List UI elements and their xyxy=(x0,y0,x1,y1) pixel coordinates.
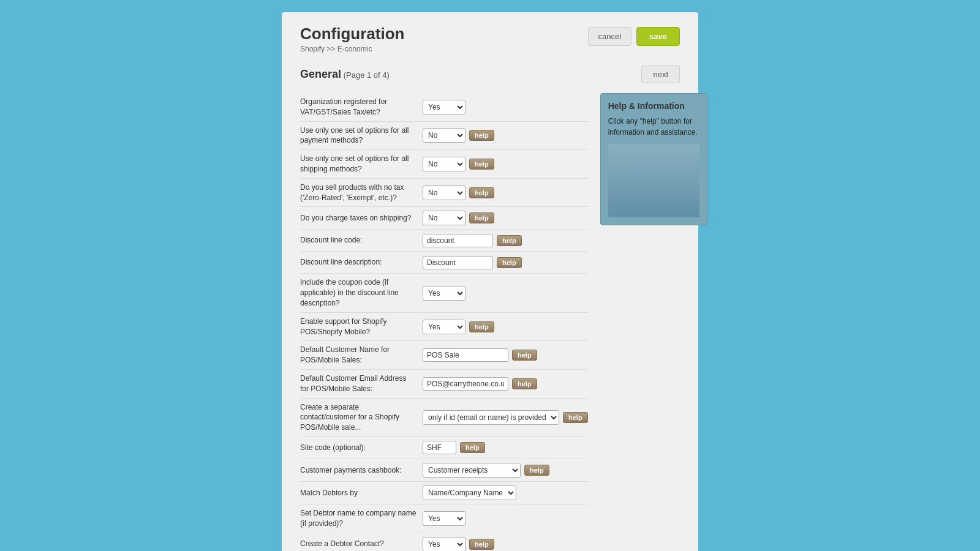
match-debtors-select[interactable]: Name/Company Name Email ID xyxy=(423,485,516,500)
cancel-button[interactable]: cancel xyxy=(588,27,632,46)
next-button[interactable]: next xyxy=(641,66,680,83)
field-label: Site code (optional): xyxy=(300,443,423,453)
field-label: Default Customer Email Address for POS/M… xyxy=(300,373,423,394)
help-box-image xyxy=(608,144,699,217)
breadcrumb: Shopify >> E-conomic xyxy=(300,45,404,53)
form-row: Do you sell products with no tax ('Zero-… xyxy=(300,179,588,208)
control-area: YesNo help xyxy=(423,320,588,334)
save-button[interactable]: save xyxy=(636,27,680,46)
shopify-pos-select[interactable]: YesNo xyxy=(423,320,466,334)
form-row: Create a Debtor Contact? YesNo help xyxy=(300,533,588,551)
form-row: Include the coupon code (if applicable) … xyxy=(300,274,588,312)
field-label: Create a Debtor Contact? xyxy=(300,539,423,549)
sidebar: Help & Information Click any "help" butt… xyxy=(600,93,707,551)
form-row: Match Debtors by Name/Company Name Email… xyxy=(300,482,588,504)
form-area: Organization registered for VAT/GST/Sale… xyxy=(300,93,588,551)
tax-shipping-select[interactable]: YesNo xyxy=(423,211,466,225)
control-area: YesNo help xyxy=(423,211,588,225)
field-label: Enable support for Shopify POS/Shopify M… xyxy=(300,317,423,337)
debtor-company-name-select[interactable]: YesNo xyxy=(423,511,466,526)
help-box-text: Click any "help" button for information … xyxy=(608,116,699,138)
help-box-title: Help & Information xyxy=(608,101,699,111)
discount-description-input[interactable] xyxy=(423,256,493,269)
cashbook-select[interactable]: Customer receipts Other xyxy=(423,463,521,478)
field-label: Use only one set of options for all ship… xyxy=(300,154,423,174)
field-label: Use only one set of options for all paym… xyxy=(300,126,423,146)
control-area: YesNo xyxy=(423,511,588,526)
help-button[interactable]: help xyxy=(469,321,494,332)
form-row: Discount line description: help xyxy=(300,252,588,274)
help-button[interactable]: help xyxy=(469,212,494,223)
section-title-area: General (Page 1 of 4) xyxy=(300,68,390,81)
help-button[interactable]: help xyxy=(512,350,537,361)
field-label: Create a separate contact/customer for a… xyxy=(300,402,423,433)
form-row: Discount line code: help xyxy=(300,230,588,252)
shipping-methods-select[interactable]: YesNo xyxy=(423,157,466,171)
form-row: Site code (optional): help xyxy=(300,437,588,459)
form-row: Enable support for Shopify POS/Shopify M… xyxy=(300,313,588,342)
control-area: YesNo xyxy=(423,100,588,114)
vat-registered-select[interactable]: YesNo xyxy=(423,100,466,114)
help-button[interactable]: help xyxy=(563,412,588,423)
control-area: YesNo help xyxy=(423,157,588,171)
control-area: Name/Company Name Email ID xyxy=(423,485,588,500)
control-area: only if id (email or name) is provided a… xyxy=(423,410,588,425)
page-indicator: (Page 1 of 4) xyxy=(344,70,390,80)
control-area: YesNo help xyxy=(423,186,588,200)
header-text: Configuration Shopify >> E-conomic xyxy=(300,24,404,53)
field-label: Organization registered for VAT/GST/Sale… xyxy=(300,97,423,118)
content-area: Organization registered for VAT/GST/Sale… xyxy=(300,93,680,551)
help-button[interactable]: help xyxy=(524,465,549,476)
help-button[interactable]: help xyxy=(497,257,522,268)
section-title: General xyxy=(300,68,341,80)
field-label: Default Customer Name for POS/Mobile Sal… xyxy=(300,345,423,365)
help-box: Help & Information Click any "help" butt… xyxy=(600,93,707,225)
zero-rated-select[interactable]: YesNo xyxy=(423,186,466,200)
control-area: help xyxy=(423,348,588,362)
pos-name-input[interactable] xyxy=(423,348,508,362)
form-row: Set Debtor name to company name (if prov… xyxy=(300,504,588,533)
debtor-contact-select[interactable]: YesNo xyxy=(423,537,466,551)
help-button[interactable]: help xyxy=(469,159,494,170)
header: Configuration Shopify >> E-conomic cance… xyxy=(300,24,680,53)
control-area: YesNo help xyxy=(423,537,588,551)
header-buttons: cancel save xyxy=(588,27,680,46)
field-label: Match Debtors by xyxy=(300,488,423,498)
field-label: Do you sell products with no tax ('Zero-… xyxy=(300,182,423,203)
form-row: Organization registered for VAT/GST/Sale… xyxy=(300,93,588,122)
control-area: help xyxy=(423,234,588,247)
help-button[interactable]: help xyxy=(469,187,494,198)
field-label: Customer payments cashbook: xyxy=(300,465,423,476)
help-button[interactable]: help xyxy=(469,539,494,550)
field-label: Set Debtor name to company name (if prov… xyxy=(300,508,423,529)
field-label: Discount line code: xyxy=(300,235,423,246)
pos-create-contact-select[interactable]: only if id (email or name) is provided a… xyxy=(423,410,559,425)
form-row: Create a separate contact/customer for a… xyxy=(300,399,588,437)
discount-code-input[interactable] xyxy=(423,234,493,247)
control-area: help xyxy=(423,441,588,454)
form-row: Customer payments cashbook: Customer rec… xyxy=(300,459,588,482)
field-label: Include the coupon code (if applicable) … xyxy=(300,277,423,308)
control-area: Customer receipts Other help xyxy=(423,463,588,478)
control-area: help xyxy=(423,256,588,269)
pos-email-input[interactable] xyxy=(423,377,508,391)
form-row: Use only one set of options for all paym… xyxy=(300,122,588,151)
form-row: Do you charge taxes on shipping? YesNo h… xyxy=(300,207,588,230)
coupon-code-select[interactable]: YesNo xyxy=(423,286,466,301)
control-area: YesNo xyxy=(423,286,588,301)
help-button[interactable]: help xyxy=(512,378,537,389)
help-button[interactable]: help xyxy=(460,442,485,453)
help-button[interactable]: help xyxy=(497,235,522,246)
control-area: YesNo help xyxy=(423,128,588,143)
field-label: Do you charge taxes on shipping? xyxy=(300,213,423,223)
site-code-input[interactable] xyxy=(423,441,456,454)
form-row: Default Customer Name for POS/Mobile Sal… xyxy=(300,341,588,370)
form-row: Default Customer Email Address for POS/M… xyxy=(300,370,588,399)
form-row: Use only one set of options for all ship… xyxy=(300,150,588,179)
page-title: Configuration xyxy=(300,24,404,43)
payment-methods-select[interactable]: YesNo xyxy=(423,128,466,143)
help-button[interactable]: help xyxy=(469,130,494,141)
section-header: General (Page 1 of 4) next xyxy=(300,66,680,83)
control-area: help xyxy=(423,377,588,391)
field-label: Discount line description: xyxy=(300,257,423,268)
